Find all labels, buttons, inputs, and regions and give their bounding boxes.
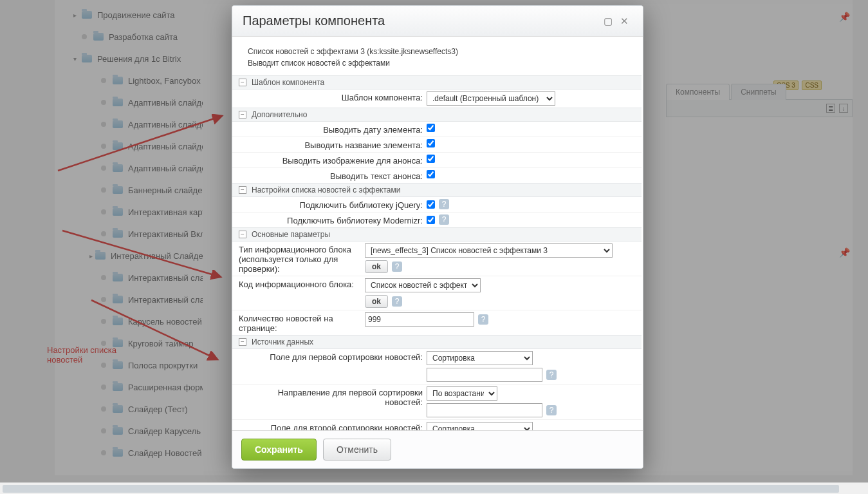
row-sort1-field: Поле для первой сортировки новостей: Сор… [232, 349, 642, 384]
row-sort1-dir: Направление для первой сортировки новост… [232, 384, 642, 419]
horizontal-scrollbar[interactable] [0, 482, 868, 494]
input-sort1-dir-extra[interactable] [427, 403, 542, 417]
select-sort2-field[interactable]: Сортировка [427, 422, 533, 431]
section-source-label: Источник данных [252, 337, 313, 347]
help-icon[interactable]: ? [546, 370, 557, 380]
label-show-img: Выводить изображение для анонса: [239, 155, 427, 166]
section-news-label: Настройки списка новостей с эффектами [252, 185, 400, 195]
label-news-count: Количество новостей на странице: [239, 312, 365, 333]
desc-line-2: Выводит список новостей с эффектами [248, 57, 626, 69]
collapse-icon[interactable]: − [239, 231, 246, 238]
ok-button-iblock-code[interactable]: ok [365, 295, 388, 308]
collapse-icon[interactable]: − [239, 79, 246, 86]
checkbox-show-name[interactable] [427, 139, 435, 147]
save-button[interactable]: Сохранить [241, 439, 317, 461]
help-icon[interactable]: ? [546, 405, 557, 415]
label-iblock-type: Тип информационного блока (используется … [239, 243, 365, 274]
row-sort2-field: Поле для второй сортировки новостей: Сор… [232, 419, 642, 431]
close-icon[interactable]: ✕ [616, 14, 633, 28]
cancel-button[interactable]: Отменить [323, 439, 391, 461]
ok-button-iblock-type[interactable]: ok [365, 260, 388, 273]
help-icon[interactable]: ? [439, 214, 449, 225]
section-source[interactable]: − Источник данных [232, 335, 642, 349]
select-iblock-code[interactable]: Список новостей с эффектами 3 [365, 278, 481, 292]
input-sort1-extra[interactable] [427, 368, 542, 382]
help-icon[interactable]: ? [478, 314, 488, 325]
row-news-count: Количество новостей на странице: ? [232, 310, 642, 335]
component-description: Список новостей с эффектами 3 (ks:kssite… [232, 37, 642, 75]
maximize-icon[interactable]: ▢ [600, 14, 616, 28]
dialog-footer: Сохранить Отменить [232, 431, 643, 468]
select-iblock-type[interactable]: [news_effects_3] Список новостей с эффек… [365, 243, 613, 258]
help-icon[interactable]: ? [392, 296, 402, 307]
dialog-body[interactable]: Список новостей с эффектами 3 (ks:kssite… [232, 37, 643, 431]
component-params-dialog: Параметры компонента ▢ ✕ Список новостей… [232, 5, 643, 469]
row-iblock-code: Код информационного блока: Список новост… [232, 276, 642, 310]
row-modernizr: Подключить библиотеку Modernizr: ? [232, 212, 642, 227]
section-additional[interactable]: − Дополнительно [232, 108, 642, 122]
section-main-label: Основные параметры [252, 230, 330, 239]
select-sort1-dir[interactable]: По возрастанию [427, 386, 497, 401]
section-template[interactable]: − Шаблон компонента [232, 75, 642, 90]
label-show-name: Выводить название элемента: [239, 139, 427, 150]
checkbox-show-img[interactable] [427, 155, 435, 163]
dialog-header: Параметры компонента ▢ ✕ [232, 6, 643, 37]
checkbox-show-text[interactable] [427, 170, 435, 178]
row-show-date: Выводить дату элемента: [232, 122, 642, 137]
label-sort1-dir: Направление для первой сортировки новост… [239, 386, 427, 407]
help-icon[interactable]: ? [392, 261, 402, 272]
checkbox-jquery[interactable] [427, 200, 435, 209]
input-news-count[interactable] [365, 312, 474, 327]
collapse-icon[interactable]: − [239, 111, 246, 119]
row-template: Шаблон компонента: .default (Встроенный … [232, 90, 642, 108]
label-jquery: Подключить библиотеку jQuery: [239, 199, 427, 210]
collapse-icon[interactable]: − [239, 186, 246, 194]
section-additional-label: Дополнительно [252, 110, 307, 119]
section-main[interactable]: − Основные параметры [232, 227, 642, 242]
scrollbar-thumb[interactable] [3, 485, 839, 493]
collapse-icon[interactable]: − [239, 338, 246, 346]
row-iblock-type: Тип информационного блока (используется … [232, 242, 642, 276]
select-sort1-field[interactable]: Сортировка [427, 351, 533, 365]
label-template: Шаблон компонента: [239, 91, 427, 102]
label-sort1-field: Поле для первой сортировки новостей: [239, 351, 427, 362]
label-show-date: Выводить дату элемента: [239, 124, 427, 135]
row-jquery: Подключить библиотеку jQuery: ? [232, 197, 642, 212]
select-template[interactable]: .default (Встроенный шаблон) [427, 91, 555, 106]
row-show-text: Выводить текст анонса: [232, 167, 642, 183]
section-template-label: Шаблон компонента [252, 78, 324, 87]
label-modernizr: Подключить библиотеку Modernizr: [239, 214, 427, 225]
label-show-text: Выводить текст анонса: [239, 170, 427, 181]
label-sort2-field: Поле для второй сортировки новостей: [239, 422, 427, 431]
section-news-settings[interactable]: − Настройки списка новостей с эффектами [232, 183, 642, 197]
desc-line-1: Список новостей с эффектами 3 (ks:kssite… [248, 46, 626, 57]
help-icon[interactable]: ? [439, 199, 449, 209]
row-show-name: Выводить название элемента: [232, 137, 642, 152]
label-iblock-code: Код информационного блока: [239, 278, 365, 289]
checkbox-show-date[interactable] [427, 124, 435, 132]
row-show-img: Выводить изображение для анонса: [232, 152, 642, 167]
dialog-title: Параметры компонента [243, 14, 600, 28]
checkbox-modernizr[interactable] [427, 216, 435, 224]
